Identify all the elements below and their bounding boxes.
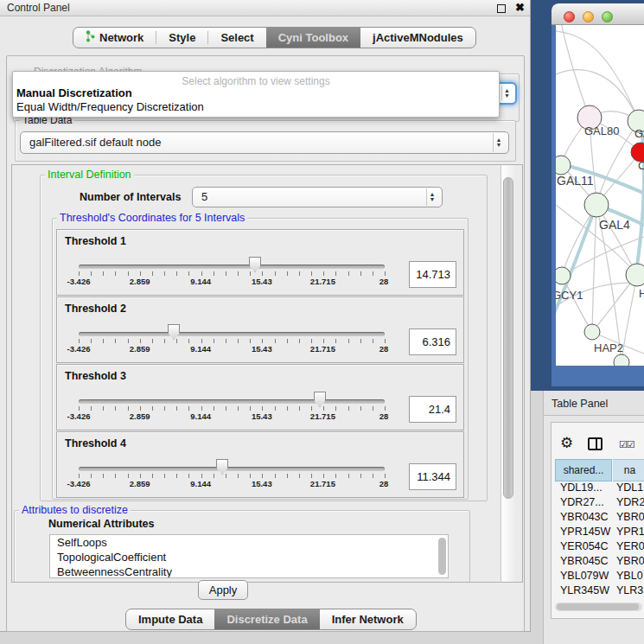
num-intervals-label: Number of Intervals — [80, 191, 181, 203]
dropdown-option-equal-width[interactable]: Equal Width/Frequency Discretization — [13, 99, 499, 113]
scrollbar-thumb[interactable] — [503, 177, 513, 499]
table-row[interactable]: YDR27...YDR2 — [555, 496, 644, 511]
table-row[interactable]: YER054CYER0 — [555, 540, 644, 555]
tick-label: 21.715 — [302, 479, 343, 488]
tab-impute-data[interactable]: Impute Data — [126, 609, 214, 629]
threshold-4-slider-thumb[interactable] — [216, 459, 228, 475]
numerical-attributes-label: Numerical Attributes — [48, 518, 154, 530]
node-gal4[interactable] — [584, 193, 609, 217]
threshold-1-slider-track[interactable] — [79, 265, 385, 269]
traffic-light-close-icon[interactable] — [564, 11, 575, 22]
dropdown-option-manual[interactable]: Manual Discretization — [13, 86, 499, 99]
node-gcy1[interactable] — [556, 267, 571, 284]
threshold-2-slider-thumb[interactable] — [168, 324, 180, 340]
network-view-window: GAL80 GA C GAL11 GAL4 GCY1 H HAP2 — [552, 3, 644, 386]
tick-label: -3.426 — [58, 344, 99, 354]
threshold-4-value-field[interactable]: 11.344 — [409, 463, 456, 490]
slider-ticks — [79, 406, 386, 411]
tab-network[interactable]: Network — [73, 28, 156, 48]
combo-spinner-icon: ▲▼ — [493, 133, 504, 152]
tick-label: 2.859 — [119, 411, 161, 421]
threshold-4-slider-track[interactable] — [79, 467, 385, 471]
tick-label: 15.43 — [241, 411, 283, 421]
table-row[interactable]: YDL19...YDL1 — [555, 481, 644, 496]
cell: YLR345W — [560, 584, 609, 596]
cell: YER0 — [616, 540, 644, 552]
list-item[interactable]: BetweennessCentrality — [57, 565, 172, 578]
threshold-3-slider-thumb[interactable] — [314, 392, 326, 407]
threshold-2-slider-track[interactable] — [79, 332, 385, 336]
threshold-1-value-field[interactable]: 14.713 — [409, 261, 456, 288]
window-title: Control Panel — [7, 2, 70, 14]
node-h[interactable] — [626, 264, 644, 286]
table-row[interactable]: YBR043CYBR0 — [555, 511, 644, 526]
network-canvas[interactable]: GAL80 GA C GAL11 GAL4 GCY1 H HAP2 — [556, 25, 644, 366]
tick-label: 9.144 — [180, 344, 221, 354]
node-partial[interactable] — [614, 354, 629, 366]
table-row[interactable]: YBR045CYBR0 — [555, 555, 644, 570]
tab-style[interactable]: Style — [156, 28, 207, 48]
table-data-selected: galFiltered.sif default node — [29, 136, 161, 149]
column-header-name[interactable]: na — [613, 459, 644, 481]
table-row[interactable]: YIL052CYIL0 — [555, 599, 644, 601]
tick-label: 9.144 — [180, 411, 221, 421]
table-row[interactable]: YBL079WYBL0 — [555, 570, 644, 584]
threshold-3-slider-track[interactable] — [79, 399, 385, 404]
cell: YPR1 — [616, 526, 644, 538]
cell: YBR0 — [616, 511, 644, 523]
threshold-4-panel: Threshold 4 -3.426 2.859 9.144 15.43 21.… — [56, 431, 464, 498]
threshold-2-value-field[interactable]: 6.316 — [409, 328, 456, 355]
table-data-combobox[interactable]: galFiltered.sif default node ▲▼ — [20, 131, 509, 154]
numerical-attributes-list[interactable]: SelfLoops TopologicalCoefficient Between… — [49, 534, 449, 578]
node-label-gcy1: GCY1 — [556, 289, 583, 302]
checkbox-select-icons[interactable]: ☑☑ — [619, 439, 634, 450]
threshold-3-value-field[interactable]: 21.4 — [409, 396, 456, 423]
table-row[interactable]: YPR145WYPR1 — [555, 526, 644, 540]
tick-label: 15.43 — [241, 277, 283, 286]
traffic-light-zoom-icon[interactable] — [602, 11, 613, 22]
control-panel-titlebar: Control Panel ✖ — [0, 0, 530, 16]
node-label-hap2: HAP2 — [594, 341, 623, 354]
tab-jactivemnodules[interactable]: jActiveMNodules — [360, 28, 475, 48]
scrollbar-thumb[interactable] — [557, 603, 639, 610]
apply-button[interactable]: Apply — [198, 580, 248, 600]
table-horizontal-scrollbar[interactable] — [555, 603, 642, 611]
traffic-light-minimize-icon[interactable] — [583, 11, 594, 22]
node-label-c: C — [638, 159, 644, 172]
close-icon[interactable]: ✖ — [515, 1, 525, 14]
threshold-2-panel: Threshold 2 -3.426 2.859 9.144 15.43 21.… — [56, 296, 464, 363]
tick-label: -3.426 — [58, 277, 99, 286]
num-intervals-combobox[interactable]: 5 ▲▼ — [192, 187, 443, 207]
cell: YIL0 — [616, 599, 639, 601]
threshold-1-label: Threshold 1 — [65, 235, 126, 247]
tick-label: -3.426 — [58, 479, 99, 488]
column-header-shared[interactable]: shared... — [555, 459, 612, 481]
threshold-3-label: Threshold 3 — [65, 370, 126, 382]
list-scrollbar[interactable] — [438, 538, 446, 575]
node-gal11[interactable] — [556, 156, 571, 175]
node-hap2[interactable] — [584, 324, 600, 340]
tab-select[interactable]: Select — [208, 28, 265, 48]
cell: YER054C — [560, 540, 609, 552]
threshold-4-label: Threshold 4 — [65, 437, 126, 450]
table-row[interactable]: YLR345WYLR3 — [555, 584, 644, 599]
gear-icon[interactable]: ⚙ — [560, 434, 573, 452]
tab-discretize-data[interactable]: Discretize Data — [214, 609, 319, 629]
threshold-1-slider-thumb[interactable] — [249, 257, 261, 272]
list-item[interactable]: SelfLoops — [57, 536, 107, 550]
settings-vertical-scrollbar[interactable] — [501, 165, 515, 582]
list-item[interactable]: TopologicalCoefficient — [57, 551, 166, 564]
settings-scrollpane: Interval Definition Number of Intervals … — [11, 164, 523, 583]
tab-cyni-toolbox[interactable]: Cyni Toolbox — [266, 28, 360, 48]
float-window-icon[interactable] — [497, 4, 506, 13]
slider-ticks — [79, 339, 386, 343]
cell: YPR145W — [560, 526, 610, 538]
split-column-icon[interactable] — [588, 437, 603, 450]
tick-label: 15.43 — [241, 479, 283, 488]
table-panel-window: Table Panel ⚙ ☑☑ shared... na YDL19...YD… — [543, 391, 644, 644]
tab-select-label: Select — [220, 31, 253, 44]
tab-infer-network[interactable]: Infer Network — [320, 609, 416, 629]
cell: YBL0 — [616, 570, 643, 582]
tick-label: 21.715 — [302, 277, 343, 286]
threshold-3-panel: Threshold 3 -3.426 2.859 9.144 15.43 21.… — [56, 364, 464, 430]
